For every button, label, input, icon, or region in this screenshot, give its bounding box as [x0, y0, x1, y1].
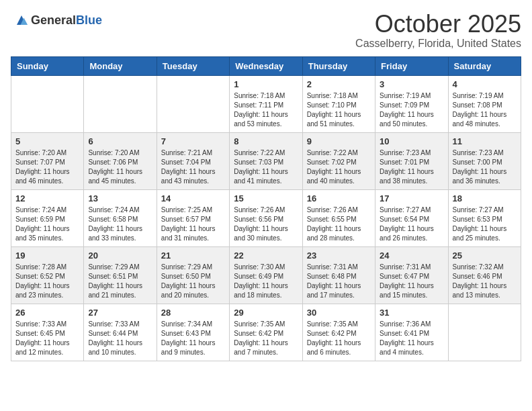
day-info: Sunrise: 7:18 AMSunset: 7:11 PMDaylight:…: [234, 91, 298, 129]
day-number: 15: [234, 193, 298, 203]
day-number: 23: [307, 250, 371, 261]
day-info: Sunrise: 7:32 AMSunset: 6:46 PMDaylight:…: [453, 263, 517, 300]
day-info: Sunrise: 7:21 AMSunset: 7:04 PMDaylight:…: [161, 148, 225, 186]
calendar-cell: 7Sunrise: 7:21 AMSunset: 7:04 PMDaylight…: [157, 132, 229, 189]
day-number: 3: [380, 79, 443, 89]
calendar-cell: 3Sunrise: 7:19 AMSunset: 7:09 PMDaylight…: [375, 75, 448, 132]
location-title: Casselberry, Florida, United States: [355, 38, 521, 50]
day-number: 16: [307, 193, 371, 203]
day-number: 11: [453, 136, 517, 146]
day-info: Sunrise: 7:27 AMSunset: 6:53 PMDaylight:…: [453, 205, 517, 243]
day-info: Sunrise: 7:20 AMSunset: 7:07 PMDaylight:…: [15, 148, 79, 186]
day-number: 21: [161, 250, 225, 261]
calendar-cell: 14Sunrise: 7:25 AMSunset: 6:57 PMDayligh…: [157, 189, 229, 246]
day-number: 18: [453, 193, 517, 203]
day-number: 6: [88, 136, 152, 146]
col-header-thursday: Thursday: [302, 56, 375, 75]
day-info: Sunrise: 7:22 AMSunset: 7:03 PMDaylight:…: [234, 148, 298, 186]
day-info: Sunrise: 7:19 AMSunset: 7:09 PMDaylight:…: [380, 91, 443, 129]
day-info: Sunrise: 7:25 AMSunset: 6:57 PMDaylight:…: [161, 205, 225, 243]
day-number: 30: [307, 308, 371, 318]
day-number: 24: [380, 250, 443, 261]
day-number: 19: [15, 250, 79, 261]
day-info: Sunrise: 7:36 AMSunset: 6:41 PMDaylight:…: [380, 320, 443, 357]
col-header-wednesday: Wednesday: [230, 56, 302, 75]
col-header-sunday: Sunday: [11, 56, 84, 75]
calendar-week-row: 26Sunrise: 7:33 AMSunset: 6:45 PMDayligh…: [11, 304, 521, 361]
day-info: Sunrise: 7:20 AMSunset: 7:06 PMDaylight:…: [88, 148, 152, 186]
day-number: 5: [15, 136, 79, 146]
day-info: Sunrise: 7:35 AMSunset: 6:42 PMDaylight:…: [307, 320, 371, 357]
day-number: 28: [161, 308, 225, 318]
calendar-table: SundayMondayTuesdayWednesdayThursdayFrid…: [11, 56, 521, 361]
calendar-cell: 25Sunrise: 7:32 AMSunset: 6:46 PMDayligh…: [448, 246, 521, 304]
day-info: Sunrise: 7:35 AMSunset: 6:42 PMDaylight:…: [234, 320, 298, 357]
day-number: 14: [161, 193, 225, 203]
calendar-cell: 23Sunrise: 7:31 AMSunset: 6:48 PMDayligh…: [302, 246, 375, 304]
day-info: Sunrise: 7:18 AMSunset: 7:10 PMDaylight:…: [307, 91, 371, 129]
logo-text-blue: Blue: [76, 13, 102, 28]
day-number: 27: [88, 308, 152, 318]
calendar-cell: 8Sunrise: 7:22 AMSunset: 7:03 PMDaylight…: [230, 132, 302, 189]
calendar-cell: 22Sunrise: 7:30 AMSunset: 6:49 PMDayligh…: [230, 246, 302, 304]
calendar-cell: 10Sunrise: 7:23 AMSunset: 7:01 PMDayligh…: [375, 132, 448, 189]
day-number: 22: [234, 250, 298, 261]
calendar-week-row: 12Sunrise: 7:24 AMSunset: 6:59 PMDayligh…: [11, 189, 521, 246]
calendar-cell: 16Sunrise: 7:26 AMSunset: 6:55 PMDayligh…: [302, 189, 375, 246]
col-header-friday: Friday: [375, 56, 448, 75]
col-header-monday: Monday: [84, 56, 157, 75]
day-number: 31: [380, 308, 443, 318]
day-info: Sunrise: 7:26 AMSunset: 6:56 PMDaylight:…: [234, 205, 298, 243]
month-title: October 2025: [355, 11, 521, 38]
calendar-cell: 12Sunrise: 7:24 AMSunset: 6:59 PMDayligh…: [11, 189, 84, 246]
calendar-cell: 18Sunrise: 7:27 AMSunset: 6:53 PMDayligh…: [448, 189, 521, 246]
day-info: Sunrise: 7:29 AMSunset: 6:50 PMDaylight:…: [161, 263, 225, 300]
calendar-cell: 6Sunrise: 7:20 AMSunset: 7:06 PMDaylight…: [84, 132, 157, 189]
logo: General Blue: [11, 11, 102, 30]
calendar-cell: 30Sunrise: 7:35 AMSunset: 6:42 PMDayligh…: [302, 304, 375, 361]
day-number: 17: [380, 193, 443, 203]
calendar-cell: [157, 75, 229, 132]
day-number: 25: [453, 250, 517, 261]
calendar-cell: [84, 75, 157, 132]
day-number: 8: [234, 136, 298, 146]
day-info: Sunrise: 7:28 AMSunset: 6:52 PMDaylight:…: [15, 263, 79, 300]
day-number: 9: [307, 136, 371, 146]
day-info: Sunrise: 7:24 AMSunset: 6:59 PMDaylight:…: [15, 205, 79, 243]
calendar-cell: 4Sunrise: 7:19 AMSunset: 7:08 PMDaylight…: [448, 75, 521, 132]
col-header-tuesday: Tuesday: [157, 56, 229, 75]
calendar-cell: 29Sunrise: 7:35 AMSunset: 6:42 PMDayligh…: [230, 304, 302, 361]
calendar-cell: 20Sunrise: 7:29 AMSunset: 6:51 PMDayligh…: [84, 246, 157, 304]
calendar-cell: 1Sunrise: 7:18 AMSunset: 7:11 PMDaylight…: [230, 75, 302, 132]
calendar-cell: 21Sunrise: 7:29 AMSunset: 6:50 PMDayligh…: [157, 246, 229, 304]
day-info: Sunrise: 7:24 AMSunset: 6:58 PMDaylight:…: [88, 205, 152, 243]
day-number: 12: [15, 193, 79, 203]
calendar-cell: 11Sunrise: 7:23 AMSunset: 7:00 PMDayligh…: [448, 132, 521, 189]
calendar-cell: 9Sunrise: 7:22 AMSunset: 7:02 PMDaylight…: [302, 132, 375, 189]
calendar-cell: 27Sunrise: 7:33 AMSunset: 6:44 PMDayligh…: [84, 304, 157, 361]
calendar-week-row: 19Sunrise: 7:28 AMSunset: 6:52 PMDayligh…: [11, 246, 521, 304]
day-number: 13: [88, 193, 152, 203]
calendar-week-row: 5Sunrise: 7:20 AMSunset: 7:07 PMDaylight…: [11, 132, 521, 189]
calendar-cell: 5Sunrise: 7:20 AMSunset: 7:07 PMDaylight…: [11, 132, 84, 189]
day-info: Sunrise: 7:31 AMSunset: 6:48 PMDaylight:…: [307, 263, 371, 300]
day-info: Sunrise: 7:33 AMSunset: 6:44 PMDaylight:…: [88, 320, 152, 357]
calendar-week-row: 1Sunrise: 7:18 AMSunset: 7:11 PMDaylight…: [11, 75, 521, 132]
logo-icon: [12, 11, 31, 30]
calendar-cell: 24Sunrise: 7:31 AMSunset: 6:47 PMDayligh…: [375, 246, 448, 304]
day-info: Sunrise: 7:19 AMSunset: 7:08 PMDaylight:…: [453, 91, 517, 129]
calendar-cell: [448, 304, 521, 361]
calendar-cell: 19Sunrise: 7:28 AMSunset: 6:52 PMDayligh…: [11, 246, 84, 304]
calendar-cell: [11, 75, 84, 132]
calendar-cell: 31Sunrise: 7:36 AMSunset: 6:41 PMDayligh…: [375, 304, 448, 361]
calendar-cell: 13Sunrise: 7:24 AMSunset: 6:58 PMDayligh…: [84, 189, 157, 246]
day-number: 10: [380, 136, 443, 146]
calendar-cell: 15Sunrise: 7:26 AMSunset: 6:56 PMDayligh…: [230, 189, 302, 246]
col-header-saturday: Saturday: [448, 56, 521, 75]
day-info: Sunrise: 7:34 AMSunset: 6:43 PMDaylight:…: [161, 320, 225, 357]
day-info: Sunrise: 7:26 AMSunset: 6:55 PMDaylight:…: [307, 205, 371, 243]
day-info: Sunrise: 7:27 AMSunset: 6:54 PMDaylight:…: [380, 205, 443, 243]
calendar-header-row: SundayMondayTuesdayWednesdayThursdayFrid…: [11, 56, 521, 75]
title-block: October 2025 Casselberry, Florida, Unite…: [355, 11, 521, 50]
calendar-cell: 2Sunrise: 7:18 AMSunset: 7:10 PMDaylight…: [302, 75, 375, 132]
